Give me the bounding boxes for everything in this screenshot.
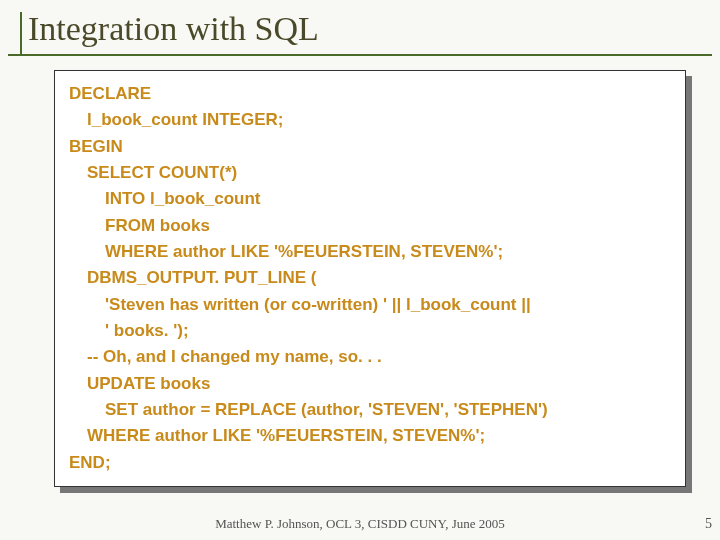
page-number: 5: [705, 516, 712, 532]
code-line: -- Oh, and I changed my name, so. . .: [69, 344, 671, 370]
code-line: DECLARE: [69, 84, 151, 103]
code-line: SELECT COUNT(*): [69, 160, 671, 186]
code-line: INTO l_book_count: [69, 186, 671, 212]
code-line: ' books. ');: [69, 318, 671, 344]
title-tick: [20, 12, 22, 54]
slide-title: Integration with SQL: [28, 10, 720, 48]
code-box: DECLARE l_book_count INTEGER; BEGIN SELE…: [54, 70, 686, 487]
code-line: l_book_count INTEGER;: [69, 107, 671, 133]
code-line: SET author = REPLACE (author, 'STEVEN', …: [69, 397, 671, 423]
code-line: DBMS_OUTPUT. PUT_LINE (: [69, 265, 671, 291]
code-line: UPDATE books: [69, 371, 671, 397]
slide: Integration with SQL DECLARE l_book_coun…: [0, 0, 720, 540]
code-line: END;: [69, 453, 111, 472]
footer-text: Matthew P. Johnson, OCL 3, CISDD CUNY, J…: [0, 516, 720, 532]
code-line: 'Steven has written (or co-written) ' ||…: [69, 292, 671, 318]
title-underline: [8, 54, 712, 56]
code-box-container: DECLARE l_book_count INTEGER; BEGIN SELE…: [54, 70, 686, 487]
code-line: WHERE author LIKE '%FEUERSTEIN, STEVEN%'…: [69, 423, 671, 449]
code-line: BEGIN: [69, 137, 123, 156]
code-line: FROM books: [69, 213, 671, 239]
code-line: WHERE author LIKE '%FEUERSTEIN, STEVEN%'…: [69, 239, 671, 265]
